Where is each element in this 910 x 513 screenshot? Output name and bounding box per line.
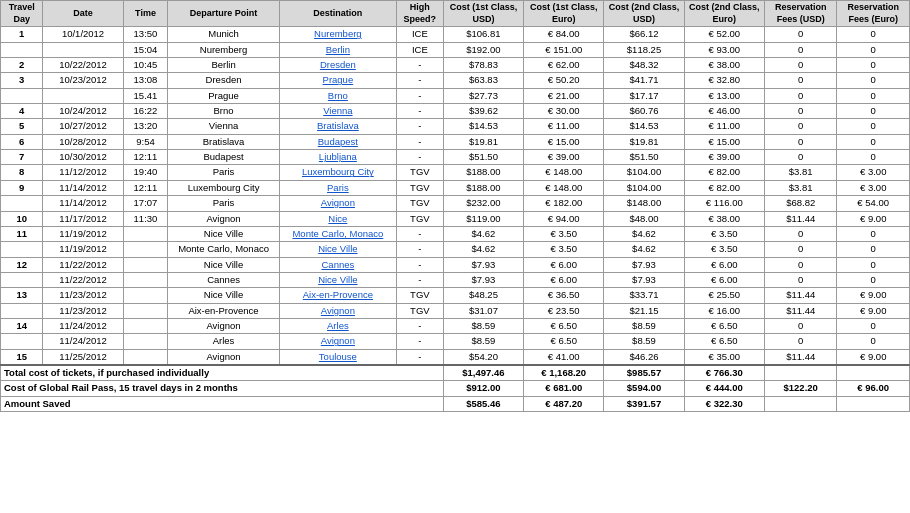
cell: Vienna [279, 104, 396, 119]
cell: € 9.00 [837, 349, 910, 365]
table-row: 1511/25/2012AvignonToulouse-$54.20€ 41.0… [1, 349, 910, 365]
cell: € 6.50 [684, 334, 764, 349]
cell: € 116.00 [684, 196, 764, 211]
cell: Avignon [279, 196, 396, 211]
cell: $63.83 [443, 73, 523, 88]
cell: $11.44 [764, 349, 836, 365]
cell: 11/23/2012 [43, 288, 123, 303]
cell: $11.44 [764, 288, 836, 303]
cell: 14 [1, 318, 43, 333]
total-2-c1e: € 681.00 [524, 381, 604, 396]
cell: $4.62 [443, 226, 523, 241]
cell: Luxembourg City [168, 180, 280, 195]
cell: $7.93 [604, 272, 684, 287]
cell: 10 [1, 211, 43, 226]
cell: 11 [1, 226, 43, 241]
cell: $11.44 [764, 303, 836, 318]
cell: € 30.00 [524, 104, 604, 119]
cell: Cannes [168, 272, 280, 287]
cell: Nice Ville [279, 272, 396, 287]
total-3-ru [764, 396, 836, 411]
cell: Arles [279, 318, 396, 333]
cell: € 15.00 [684, 134, 764, 149]
cell: 0 [764, 58, 836, 73]
cell: ICE [396, 27, 443, 42]
cell: $104.00 [604, 180, 684, 195]
cell: € 182.00 [524, 196, 604, 211]
cell: € 54.00 [837, 196, 910, 211]
cell: 16:22 [123, 104, 168, 119]
cell: - [396, 73, 443, 88]
cell: € 3.50 [524, 226, 604, 241]
cell: € 32.80 [684, 73, 764, 88]
cell: TGV [396, 165, 443, 180]
cell: $8.59 [604, 318, 684, 333]
cell: - [396, 104, 443, 119]
table-row: 1211/22/2012Nice VilleCannes-$7.93€ 6.00… [1, 257, 910, 272]
header-c1e: Cost (1st Class, Euro) [524, 1, 604, 27]
table-row: 110/1/201213:50MunichNurembergICE$106.81… [1, 27, 910, 42]
cell: € 9.00 [837, 303, 910, 318]
cell: 17:07 [123, 196, 168, 211]
cell: € 94.00 [524, 211, 604, 226]
cell: 5 [1, 119, 43, 134]
cell: € 82.00 [684, 180, 764, 195]
cell [123, 288, 168, 303]
cell: € 3.50 [524, 242, 604, 257]
cell: 8 [1, 165, 43, 180]
total-2-re: € 96.00 [837, 381, 910, 396]
table-row: 1411/24/2012AvignonArles-$8.59€ 6.50$8.5… [1, 318, 910, 333]
cell: € 52.00 [684, 27, 764, 42]
cell: Brno [279, 88, 396, 103]
cell: 11/14/2012 [43, 180, 123, 195]
cell: 0 [764, 150, 836, 165]
table-row: 310/23/201213:08DresdenPrague-$63.83€ 50… [1, 73, 910, 88]
cell: Arles [168, 334, 280, 349]
cell: $106.81 [443, 27, 523, 42]
cell: 11/17/2012 [43, 211, 123, 226]
cell: $7.93 [443, 272, 523, 287]
total-3-c2e: € 322.30 [684, 396, 764, 411]
cell: Bratislava [279, 119, 396, 134]
cell: € 148.00 [524, 165, 604, 180]
cell: Berlin [279, 42, 396, 57]
cell: 10/28/2012 [43, 134, 123, 149]
cell: € 3.50 [684, 226, 764, 241]
cell: € 38.00 [684, 211, 764, 226]
cell: € 35.00 [684, 349, 764, 365]
cell: 15:04 [123, 42, 168, 57]
cell: € 21.00 [524, 88, 604, 103]
cell: Budapest [168, 150, 280, 165]
cell: 19:40 [123, 165, 168, 180]
cell: € 62.00 [524, 58, 604, 73]
header-c1u: Cost (1st Class, USD) [443, 1, 523, 27]
cell: 0 [837, 134, 910, 149]
cell: $3.81 [764, 165, 836, 180]
cell [123, 349, 168, 365]
cell: 0 [764, 242, 836, 257]
header-destination: Destination [279, 1, 396, 27]
cell: 0 [837, 150, 910, 165]
cell: $39.62 [443, 104, 523, 119]
cell: $48.32 [604, 58, 684, 73]
header-hs: High Speed? [396, 1, 443, 27]
cell: Nice Ville [168, 288, 280, 303]
cell: 9:54 [123, 134, 168, 149]
cell: 10/27/2012 [43, 119, 123, 134]
cell: 13:20 [123, 119, 168, 134]
table-row: 610/28/20129:54BratislavaBudapest-$19.81… [1, 134, 910, 149]
table-row: 15:04NurembergBerlinICE$192.00€ 151.00$1… [1, 42, 910, 57]
total-row-3: Amount Saved $585.46 € 487.20 $391.57 € … [1, 396, 910, 411]
cell [1, 272, 43, 287]
cell: - [396, 88, 443, 103]
table-row: 811/12/201219:40ParisLuxembourg CityTGV$… [1, 165, 910, 180]
cell: Aix-en-Provence [168, 303, 280, 318]
cell [123, 334, 168, 349]
cell [123, 242, 168, 257]
cell: $17.17 [604, 88, 684, 103]
header-date: Date [43, 1, 123, 27]
total-3-c1e: € 487.20 [524, 396, 604, 411]
cell: TGV [396, 211, 443, 226]
cell: 0 [764, 88, 836, 103]
cell: 0 [837, 318, 910, 333]
